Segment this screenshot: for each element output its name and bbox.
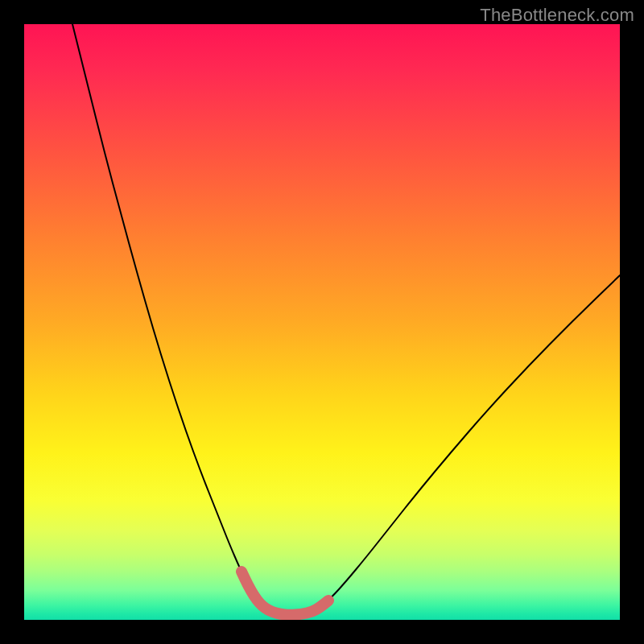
curves-svg <box>24 24 620 620</box>
left-curve <box>72 24 312 615</box>
curve-layer <box>72 24 620 615</box>
right-curve <box>312 275 620 612</box>
watermark-label: TheBottleneck.com <box>480 5 634 26</box>
chart-frame: TheBottleneck.com <box>0 0 644 644</box>
valley-highlight <box>242 572 328 615</box>
